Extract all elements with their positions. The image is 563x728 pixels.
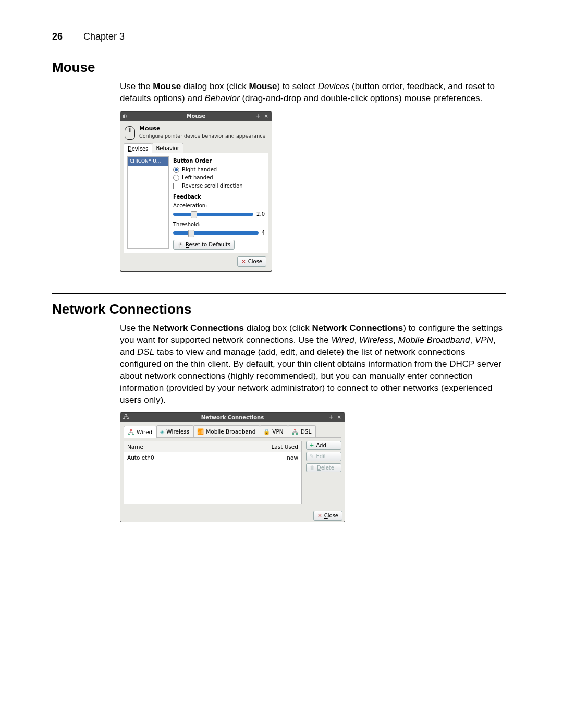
page-number: 26 (52, 31, 63, 42)
mouse-dialog-titlebar[interactable]: ◐ Mouse + × (120, 112, 272, 121)
tab-mobile-broadband[interactable]: 📶 Mobile Broadband (193, 425, 260, 437)
section-heading-mouse: Mouse (52, 59, 506, 76)
network-dialog-titlebar[interactable]: Network Connections + × (120, 413, 345, 422)
device-list-item[interactable]: CHICONY U... (128, 157, 168, 165)
label-threshold: Threshold: (173, 221, 265, 228)
wired-icon (127, 429, 134, 436)
check-reverse-scroll[interactable] (173, 183, 179, 189)
reset-icon: 🖱️ (177, 242, 183, 248)
edit-button[interactable]: ✎Edit (306, 452, 341, 461)
radio-left-handed[interactable] (173, 175, 179, 181)
network-dialog: Network Connections + × Wired ◈ Wireless… (120, 412, 345, 522)
value-acceleration: 2.0 (256, 211, 265, 218)
wifi-icon: ◈ (160, 428, 164, 435)
edit-icon: ✎ (310, 453, 314, 460)
mouse-dialog: ◐ Mouse + × Mouse Configure pointer devi… (120, 111, 272, 272)
svg-rect-5 (132, 434, 134, 435)
tab-behavior[interactable]: Behavior (152, 143, 183, 153)
rule (52, 52, 506, 52)
col-last-used[interactable]: Last Used (268, 441, 302, 452)
group-feedback: Feedback (173, 193, 265, 201)
close-button[interactable]: ✕ Close (313, 511, 342, 521)
chapter-label: Chapter 3 (83, 31, 125, 42)
label-reverse-scroll: Reverse scroll direction (182, 182, 243, 190)
rule (52, 293, 506, 294)
mouse-dialog-title: Mouse (187, 113, 206, 120)
section-heading-network: Network Connections (52, 301, 506, 317)
app-icon: ◐ (123, 113, 127, 120)
svg-rect-3 (130, 429, 132, 431)
tab-devices[interactable]: Devices (124, 143, 152, 154)
mouse-header-title: Mouse (139, 125, 265, 133)
mouse-body: Use the Mouse dialog box (click Mouse) t… (120, 81, 506, 272)
network-paragraph: Use the Network Connections dialog box (… (120, 323, 506, 406)
table-row[interactable]: Auto eth0 now (124, 452, 301, 463)
group-button-order: Button Order (173, 157, 265, 165)
wired-icon (123, 414, 130, 420)
page-header: 26 Chapter 3 (52, 31, 506, 42)
label-acceleration: Acceleration: (173, 202, 265, 209)
svg-rect-0 (125, 414, 127, 415)
network-tabs: Wired ◈ Wireless 📶 Mobile Broadband 🔒 VP… (124, 425, 341, 437)
connections-table[interactable]: Name Last Used Auto eth0 now (124, 441, 302, 504)
svg-rect-8 (296, 433, 298, 435)
network-body: Use the Network Connections dialog box (… (120, 323, 506, 522)
reset-defaults-button[interactable]: 🖱️ Reset to Defaults (173, 240, 235, 250)
value-threshold: 4 (262, 229, 265, 237)
network-app-icon (123, 414, 130, 422)
tab-wired[interactable]: Wired (124, 426, 157, 437)
lock-icon: 🔒 (263, 428, 270, 435)
cell-last-used: now (284, 452, 301, 463)
label-right-handed: Right handed (182, 166, 217, 174)
add-button[interactable]: +Add (306, 441, 341, 450)
mouse-header-sub: Configure pointer device behavior and ap… (139, 133, 265, 140)
radio-right-handed[interactable] (173, 167, 179, 173)
window-controls-icon[interactable]: + × (256, 113, 270, 120)
device-list[interactable]: CHICONY U... (127, 156, 169, 249)
label-left-handed: Left handed (182, 174, 213, 181)
trash-icon: 🗑 (310, 464, 315, 472)
close-icon: ✕ (241, 258, 246, 265)
svg-rect-2 (127, 418, 129, 419)
mouse-paragraph: Use the Mouse dialog box (click Mouse) t… (120, 81, 506, 105)
slider-acceleration[interactable] (173, 213, 253, 216)
svg-rect-7 (292, 433, 294, 435)
svg-rect-4 (128, 434, 130, 435)
antenna-icon: 📶 (197, 428, 204, 435)
close-button[interactable]: ✕ Close (237, 256, 266, 267)
plus-icon: + (310, 442, 314, 449)
close-icon: ✕ (317, 512, 322, 520)
slider-threshold[interactable] (173, 231, 259, 235)
delete-button[interactable]: 🗑Delete (306, 463, 341, 473)
col-name[interactable]: Name (124, 441, 268, 452)
tab-dsl[interactable]: DSL (288, 425, 316, 437)
svg-rect-1 (123, 418, 125, 419)
mouse-icon (125, 126, 135, 140)
mouse-tabs: Devices Behavior (124, 143, 268, 154)
dsl-icon (291, 429, 299, 435)
network-dialog-title: Network Connections (201, 414, 264, 422)
tab-vpn[interactable]: 🔒 VPN (260, 425, 288, 437)
svg-rect-6 (294, 429, 296, 430)
tab-wireless[interactable]: ◈ Wireless (156, 425, 194, 437)
window-controls-icon[interactable]: + × (329, 414, 342, 421)
cell-name: Auto eth0 (124, 452, 284, 463)
